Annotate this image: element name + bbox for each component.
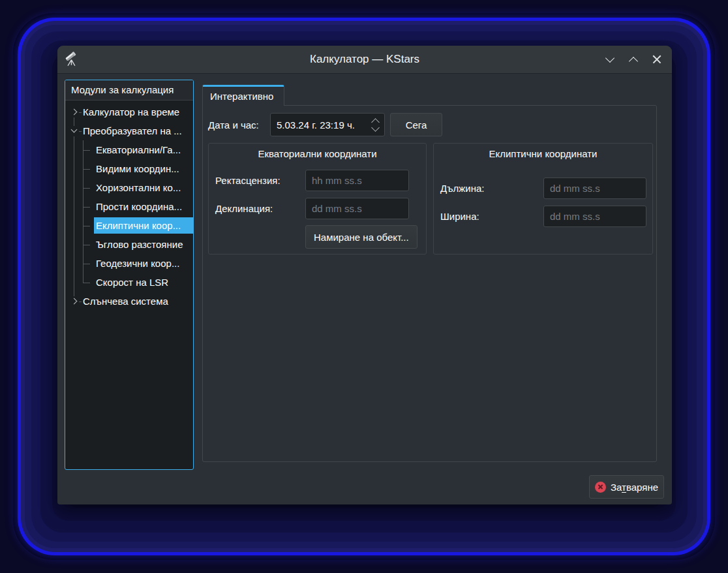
tree-item[interactable]: Слънчева система <box>65 292 193 311</box>
tree-item[interactable]: Прости координа... <box>65 197 193 216</box>
datetime-value: 5.03.24 г. 23:19 ч. <box>271 119 367 131</box>
tree-item[interactable]: Екваториални/Га... <box>65 140 193 159</box>
tree-item-label: Слънчева система <box>81 293 193 309</box>
tree-branch-line <box>65 159 94 178</box>
minimize-button[interactable] <box>603 52 617 67</box>
longitude-input[interactable] <box>543 178 646 199</box>
tree-item[interactable]: Видими координ... <box>65 159 193 178</box>
close-window-button[interactable] <box>650 52 664 67</box>
tree-item[interactable]: Ъглово разстояние <box>65 235 193 254</box>
tree-branch-line <box>65 197 94 216</box>
maximize-button[interactable] <box>626 52 641 67</box>
window-title: Калкулатор — KStars <box>57 53 672 66</box>
module-list-panel: Модули за калкулация Калкулатор на време… <box>65 80 194 470</box>
module-list-header: Модули за калкулация <box>65 80 193 101</box>
tree-item-label: Калкулатор на време <box>81 104 193 120</box>
spinbox-arrows[interactable] <box>367 114 384 136</box>
tree-branch-line <box>65 254 94 273</box>
equatorial-title: Екваториални координати <box>209 148 426 159</box>
module-tree: Калкулатор на времеПреобразувател на ...… <box>65 101 193 469</box>
latitude-label: Ширина: <box>440 211 479 222</box>
tree-item-label: Ъглово разстояние <box>94 236 193 253</box>
expand-arrow-icon[interactable] <box>69 296 80 307</box>
ra-label: Ректасцензия: <box>215 175 281 186</box>
find-object-button[interactable]: Намиране на обект... <box>305 225 417 249</box>
tree-branch-line <box>65 216 94 235</box>
longitude-label: Дължина: <box>440 183 485 194</box>
tree-item[interactable]: Еклиптични коор... <box>65 216 193 235</box>
chevron-up-icon <box>629 57 638 66</box>
dec-label: Деклинация: <box>215 203 273 214</box>
interactive-pane: Дата и час: 5.03.24 г. 23:19 ч. Сега Екв… <box>202 105 657 462</box>
ecliptic-groupbox: Еклиптични координати Дължина: Ширина: <box>433 143 653 255</box>
tree-item[interactable]: Скорост на LSR <box>65 273 193 292</box>
ecliptic-title: Еклиптични координати <box>434 148 652 159</box>
tree-item-label: Еклиптични коор... <box>94 217 193 234</box>
tree-item-label: Видими координ... <box>94 161 193 177</box>
chevron-down-icon <box>605 54 614 63</box>
tree-item[interactable]: Преобразувател на ... <box>65 121 193 140</box>
close-dialog-button[interactable]: Затваряне <box>589 475 664 499</box>
datetime-spinbox[interactable]: 5.03.24 г. 23:19 ч. <box>270 113 385 136</box>
tab-label: Интерактивно <box>210 91 273 102</box>
tree-item-label: Преобразувател на ... <box>81 123 193 139</box>
expand-arrow-icon[interactable] <box>69 107 80 117</box>
spin-down-icon[interactable] <box>371 123 380 132</box>
close-button-label: Затваряне <box>611 482 658 493</box>
equatorial-groupbox: Екваториални координати Ректасцензия: Де… <box>208 143 427 255</box>
tree-item-label: Скорост на LSR <box>94 274 193 290</box>
titlebar[interactable]: Калкулатор — KStars <box>57 46 672 74</box>
now-button[interactable]: Сега <box>390 113 442 136</box>
calculator-window: Калкулатор — KStars Модули за калкулация… <box>57 46 672 504</box>
tree-branch-line <box>65 235 94 254</box>
tree-branch-line <box>65 273 94 292</box>
tab-interactive[interactable]: Интерактивно <box>202 85 284 106</box>
dialog-close-icon <box>595 482 606 493</box>
tree-item-label: Геодезични коор... <box>94 255 193 271</box>
latitude-input[interactable] <box>543 206 646 227</box>
tree-branch-line <box>65 178 94 197</box>
datetime-label: Дата и час: <box>208 119 259 131</box>
tree-item-label: Хоризонтални ко... <box>94 179 193 196</box>
tree-branch-line <box>65 140 94 159</box>
tree-item[interactable]: Хоризонтални ко... <box>65 178 193 197</box>
collapse-arrow-icon[interactable] <box>69 126 80 136</box>
dec-input[interactable] <box>305 198 409 219</box>
tree-item[interactable]: Геодезични коор... <box>65 254 193 273</box>
tree-item-label: Прости координа... <box>94 198 193 215</box>
ra-input[interactable] <box>305 170 409 191</box>
tree-item-label: Екваториални/Га... <box>94 142 193 158</box>
tree-item[interactable]: Калкулатор на време <box>65 102 193 121</box>
